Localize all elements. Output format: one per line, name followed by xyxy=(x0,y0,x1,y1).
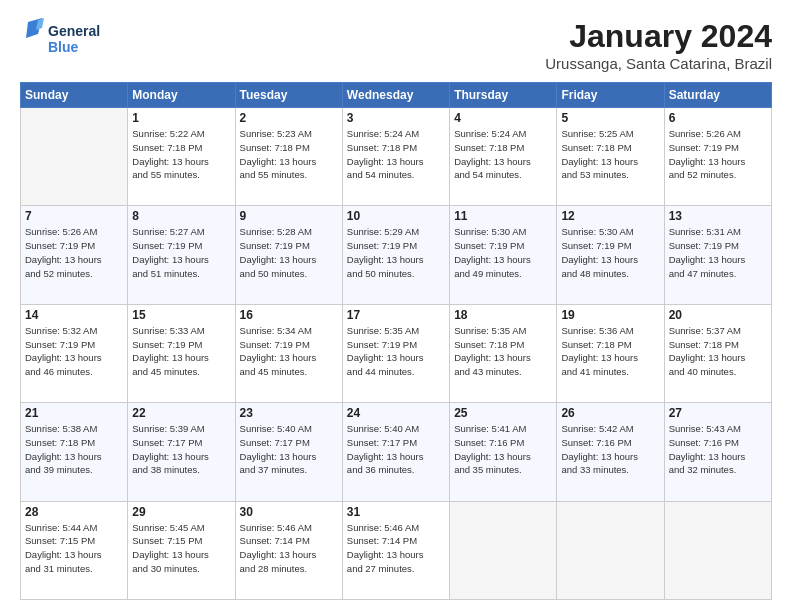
day-number: 25 xyxy=(454,406,552,420)
day-info: Sunrise: 5:25 AM Sunset: 7:18 PM Dayligh… xyxy=(561,127,659,182)
day-number: 30 xyxy=(240,505,338,519)
day-info: Sunrise: 5:31 AM Sunset: 7:19 PM Dayligh… xyxy=(669,225,767,280)
calendar-header-row: Sunday Monday Tuesday Wednesday Thursday… xyxy=(21,83,772,108)
day-number: 14 xyxy=(25,308,123,322)
table-row: 2Sunrise: 5:23 AM Sunset: 7:18 PM Daylig… xyxy=(235,108,342,206)
day-info: Sunrise: 5:36 AM Sunset: 7:18 PM Dayligh… xyxy=(561,324,659,379)
day-info: Sunrise: 5:43 AM Sunset: 7:16 PM Dayligh… xyxy=(669,422,767,477)
day-info: Sunrise: 5:26 AM Sunset: 7:19 PM Dayligh… xyxy=(25,225,123,280)
week-row: 1Sunrise: 5:22 AM Sunset: 7:18 PM Daylig… xyxy=(21,108,772,206)
day-number: 28 xyxy=(25,505,123,519)
col-wednesday: Wednesday xyxy=(342,83,449,108)
table-row: 9Sunrise: 5:28 AM Sunset: 7:19 PM Daylig… xyxy=(235,206,342,304)
day-number: 5 xyxy=(561,111,659,125)
day-info: Sunrise: 5:33 AM Sunset: 7:19 PM Dayligh… xyxy=(132,324,230,379)
day-number: 27 xyxy=(669,406,767,420)
table-row: 24Sunrise: 5:40 AM Sunset: 7:17 PM Dayli… xyxy=(342,403,449,501)
table-row: 8Sunrise: 5:27 AM Sunset: 7:19 PM Daylig… xyxy=(128,206,235,304)
table-row: 17Sunrise: 5:35 AM Sunset: 7:19 PM Dayli… xyxy=(342,304,449,402)
table-row: 10Sunrise: 5:29 AM Sunset: 7:19 PM Dayli… xyxy=(342,206,449,304)
week-row: 7Sunrise: 5:26 AM Sunset: 7:19 PM Daylig… xyxy=(21,206,772,304)
day-info: Sunrise: 5:40 AM Sunset: 7:17 PM Dayligh… xyxy=(347,422,445,477)
table-row: 21Sunrise: 5:38 AM Sunset: 7:18 PM Dayli… xyxy=(21,403,128,501)
table-row: 1Sunrise: 5:22 AM Sunset: 7:18 PM Daylig… xyxy=(128,108,235,206)
table-row: 5Sunrise: 5:25 AM Sunset: 7:18 PM Daylig… xyxy=(557,108,664,206)
table-row: 19Sunrise: 5:36 AM Sunset: 7:18 PM Dayli… xyxy=(557,304,664,402)
table-row: 12Sunrise: 5:30 AM Sunset: 7:19 PM Dayli… xyxy=(557,206,664,304)
table-row: 4Sunrise: 5:24 AM Sunset: 7:18 PM Daylig… xyxy=(450,108,557,206)
day-info: Sunrise: 5:35 AM Sunset: 7:18 PM Dayligh… xyxy=(454,324,552,379)
table-row xyxy=(664,501,771,599)
week-row: 14Sunrise: 5:32 AM Sunset: 7:19 PM Dayli… xyxy=(21,304,772,402)
day-info: Sunrise: 5:32 AM Sunset: 7:19 PM Dayligh… xyxy=(25,324,123,379)
day-info: Sunrise: 5:39 AM Sunset: 7:17 PM Dayligh… xyxy=(132,422,230,477)
col-saturday: Saturday xyxy=(664,83,771,108)
day-number: 7 xyxy=(25,209,123,223)
table-row: 20Sunrise: 5:37 AM Sunset: 7:18 PM Dayli… xyxy=(664,304,771,402)
day-number: 15 xyxy=(132,308,230,322)
svg-text:Blue: Blue xyxy=(48,39,79,55)
col-sunday: Sunday xyxy=(21,83,128,108)
day-number: 26 xyxy=(561,406,659,420)
day-info: Sunrise: 5:41 AM Sunset: 7:16 PM Dayligh… xyxy=(454,422,552,477)
day-info: Sunrise: 5:30 AM Sunset: 7:19 PM Dayligh… xyxy=(454,225,552,280)
table-row xyxy=(21,108,128,206)
col-tuesday: Tuesday xyxy=(235,83,342,108)
day-number: 10 xyxy=(347,209,445,223)
day-info: Sunrise: 5:37 AM Sunset: 7:18 PM Dayligh… xyxy=(669,324,767,379)
col-friday: Friday xyxy=(557,83,664,108)
table-row: 25Sunrise: 5:41 AM Sunset: 7:16 PM Dayli… xyxy=(450,403,557,501)
table-row: 13Sunrise: 5:31 AM Sunset: 7:19 PM Dayli… xyxy=(664,206,771,304)
day-info: Sunrise: 5:34 AM Sunset: 7:19 PM Dayligh… xyxy=(240,324,338,379)
day-number: 2 xyxy=(240,111,338,125)
day-number: 19 xyxy=(561,308,659,322)
day-number: 9 xyxy=(240,209,338,223)
day-number: 3 xyxy=(347,111,445,125)
day-number: 1 xyxy=(132,111,230,125)
table-row: 30Sunrise: 5:46 AM Sunset: 7:14 PM Dayli… xyxy=(235,501,342,599)
table-row: 16Sunrise: 5:34 AM Sunset: 7:19 PM Dayli… xyxy=(235,304,342,402)
day-number: 13 xyxy=(669,209,767,223)
day-number: 11 xyxy=(454,209,552,223)
table-row: 31Sunrise: 5:46 AM Sunset: 7:14 PM Dayli… xyxy=(342,501,449,599)
week-row: 28Sunrise: 5:44 AM Sunset: 7:15 PM Dayli… xyxy=(21,501,772,599)
page: General Blue January 2024 Urussanga, San… xyxy=(0,0,792,612)
table-row: 18Sunrise: 5:35 AM Sunset: 7:18 PM Dayli… xyxy=(450,304,557,402)
table-row: 29Sunrise: 5:45 AM Sunset: 7:15 PM Dayli… xyxy=(128,501,235,599)
day-info: Sunrise: 5:45 AM Sunset: 7:15 PM Dayligh… xyxy=(132,521,230,576)
table-row: 23Sunrise: 5:40 AM Sunset: 7:17 PM Dayli… xyxy=(235,403,342,501)
day-number: 17 xyxy=(347,308,445,322)
day-number: 23 xyxy=(240,406,338,420)
table-row: 28Sunrise: 5:44 AM Sunset: 7:15 PM Dayli… xyxy=(21,501,128,599)
table-row xyxy=(557,501,664,599)
table-row: 26Sunrise: 5:42 AM Sunset: 7:16 PM Dayli… xyxy=(557,403,664,501)
day-info: Sunrise: 5:44 AM Sunset: 7:15 PM Dayligh… xyxy=(25,521,123,576)
table-row: 11Sunrise: 5:30 AM Sunset: 7:19 PM Dayli… xyxy=(450,206,557,304)
subtitle: Urussanga, Santa Catarina, Brazil xyxy=(545,55,772,72)
table-row: 3Sunrise: 5:24 AM Sunset: 7:18 PM Daylig… xyxy=(342,108,449,206)
day-info: Sunrise: 5:46 AM Sunset: 7:14 PM Dayligh… xyxy=(240,521,338,576)
day-number: 4 xyxy=(454,111,552,125)
title-block: January 2024 Urussanga, Santa Catarina, … xyxy=(545,18,772,72)
table-row: 14Sunrise: 5:32 AM Sunset: 7:19 PM Dayli… xyxy=(21,304,128,402)
main-title: January 2024 xyxy=(545,18,772,55)
day-number: 24 xyxy=(347,406,445,420)
header: General Blue January 2024 Urussanga, San… xyxy=(20,18,772,72)
day-info: Sunrise: 5:46 AM Sunset: 7:14 PM Dayligh… xyxy=(347,521,445,576)
day-number: 16 xyxy=(240,308,338,322)
day-number: 6 xyxy=(669,111,767,125)
table-row: 27Sunrise: 5:43 AM Sunset: 7:16 PM Dayli… xyxy=(664,403,771,501)
day-number: 29 xyxy=(132,505,230,519)
day-info: Sunrise: 5:29 AM Sunset: 7:19 PM Dayligh… xyxy=(347,225,445,280)
day-info: Sunrise: 5:42 AM Sunset: 7:16 PM Dayligh… xyxy=(561,422,659,477)
day-info: Sunrise: 5:23 AM Sunset: 7:18 PM Dayligh… xyxy=(240,127,338,182)
day-info: Sunrise: 5:30 AM Sunset: 7:19 PM Dayligh… xyxy=(561,225,659,280)
col-monday: Monday xyxy=(128,83,235,108)
table-row: 6Sunrise: 5:26 AM Sunset: 7:19 PM Daylig… xyxy=(664,108,771,206)
day-number: 12 xyxy=(561,209,659,223)
day-info: Sunrise: 5:28 AM Sunset: 7:19 PM Dayligh… xyxy=(240,225,338,280)
logo-svg: General Blue xyxy=(20,18,110,62)
table-row: 15Sunrise: 5:33 AM Sunset: 7:19 PM Dayli… xyxy=(128,304,235,402)
table-row xyxy=(450,501,557,599)
day-info: Sunrise: 5:22 AM Sunset: 7:18 PM Dayligh… xyxy=(132,127,230,182)
